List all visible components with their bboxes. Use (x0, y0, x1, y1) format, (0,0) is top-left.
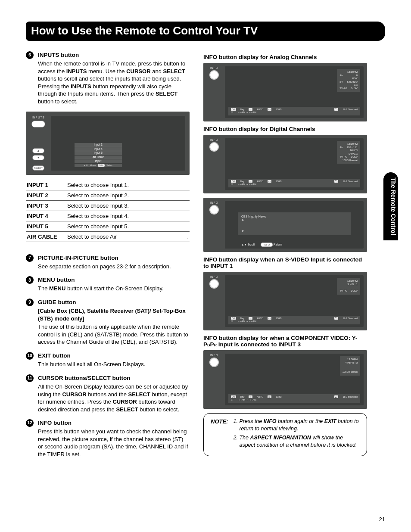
entry-11: 11 CURSOR buttons/SELECT button All the … (26, 374, 190, 413)
chip-rating: TV-PG (339, 289, 347, 293)
chip-st: ST (339, 81, 343, 84)
guide-footer: ▲▼ Scroll INFO Return (228, 243, 360, 246)
input-name: INPUT 3 (26, 200, 66, 211)
status-day: Day (240, 317, 245, 320)
day-tag-icon: DO (231, 180, 236, 183)
step-number-icon: 6 (26, 51, 34, 59)
res-tag-icon: ▭ (268, 108, 271, 111)
chip-src: Air (339, 74, 342, 78)
page-title: How to Use the Remote to Control Your TV (26, 22, 385, 41)
table-row: AIR CABLE Select to choose Air . (26, 231, 190, 242)
chip-input: YPBPR : 3 (342, 361, 358, 365)
chip-multi: MULTI (339, 149, 358, 152)
left-column: 6 INPUTS button When the remote control … (26, 51, 190, 464)
info-button-icon (209, 358, 219, 367)
input-dot (184, 221, 190, 231)
input-desc: Select to choose Air (66, 231, 184, 242)
info-osd-screenshot: INFO 12:00PM Air8 FOX STSTEREO CC TV-PGD… (203, 63, 367, 121)
chip-flags: DLSV (351, 289, 358, 293)
inputs-osd-screenshot: INPUTS ▲ ▼ SELECT Input 3Input 4Input 5A… (26, 112, 190, 175)
clock-icon: ⏲ (231, 320, 234, 323)
menu-hint: ▲▼Move SELSelect (75, 164, 122, 167)
chip-ch: 8 (356, 74, 358, 78)
info-pill-icon: INFO (261, 243, 273, 247)
status-res: 1080i (276, 317, 281, 320)
manual-page: How to Use the Remote to Control Your TV… (0, 0, 411, 532)
chip-src: Air (339, 146, 342, 149)
chip-flags: DLSV (351, 87, 358, 90)
timer-text: --:--AM → --:--AM (238, 320, 256, 323)
heading-component: INFO button display for when a COMPONENT… (203, 335, 367, 348)
chip-cc: CC (339, 84, 358, 87)
entry-8: 8 MENU button The MENU button will start… (26, 276, 190, 292)
input-dot (184, 211, 190, 221)
entry-12: 12 INFO button Press this button when yo… (26, 419, 190, 458)
table-row: INPUT 1 Select to choose Input 1. (26, 180, 190, 190)
entry-title: INFO button (38, 419, 190, 427)
heading-svideo: INFO button display when an S-VIDEO Inpu… (203, 256, 367, 269)
input-dot (184, 190, 190, 200)
entry-7: 7 PICTURE-IN-PICTURE button See separate… (26, 254, 190, 271)
chip-rating: TV-PG (339, 156, 347, 159)
entry-text: All the On-Screen Display features can b… (38, 383, 190, 413)
heading-analog: INFO button display for Analog Channels (203, 54, 367, 60)
inputs-menu-list: Input 3Input 4Input 5Air CableInput ▲▼Mo… (75, 143, 122, 167)
entry-title: EXIT button (38, 352, 190, 360)
chip-network: FOX (339, 77, 358, 81)
content-columns: 6 INPUTS button When the remote control … (26, 51, 385, 464)
remote-buttons-col: INPUTS ▲ ▼ SELECT (30, 116, 47, 171)
day-tag-icon: DO (231, 395, 236, 398)
note-box: NOTE: Press the INFO button again or the… (203, 413, 367, 456)
menu-item: Input 4 (75, 147, 122, 151)
note-label: NOTE: (211, 418, 228, 451)
page-number: 21 (379, 516, 385, 523)
input-name: INPUT 4 (26, 211, 66, 221)
select-button-icon: SELECT (32, 165, 44, 171)
res-tag-icon: ▭ (268, 317, 271, 320)
tv-screen: 12:00PM YPBPR : 3 1080i Format DODay ☼AU… (225, 354, 364, 405)
note-item: The ASPECT INFORMATION will show the asp… (239, 434, 360, 449)
entry-subtitle: [Cable Box (CBL), Satellite Receiver (SA… (38, 307, 190, 322)
chip-stereo: STEREO (347, 81, 358, 84)
status-bar: DODay ☼AUTO ▭1080i ⛶16:9 Standard ⏲ --:-… (228, 394, 360, 403)
res-tag-icon: ▭ (268, 395, 271, 398)
guide-item: CBS Nigthly News (241, 215, 266, 218)
info-label: INFO (210, 138, 218, 141)
status-res: 1080i (276, 108, 281, 111)
chip-format: 1080i Format (339, 159, 358, 162)
status-auto: AUTO (257, 180, 263, 183)
day-tag-icon: DO (231, 108, 236, 111)
table-row: INPUT 3 Select to choose Input 3. (26, 200, 190, 211)
note-list: Press the INFO button again or the EXIT … (234, 418, 360, 451)
channel-info-box: 12:00PM YPBPR : 3 1080i Format (340, 356, 360, 376)
chip-time: 12:00PM (339, 280, 358, 283)
entry-text: The MENU button will start the On-Screen… (38, 285, 190, 292)
step-number-icon: 11 (26, 374, 34, 382)
timer-text: --:--AM → --:--AM (238, 398, 256, 401)
chip-input: S - IN : 1 (339, 283, 358, 286)
status-day: Day (240, 395, 245, 398)
inputs-description-table: INPUT 1 Select to choose Input 1. INPUT … (26, 180, 190, 242)
channel-info-box: 12:00PM Air8 FOX STSTEREO CC TV-PGDLSV (337, 69, 360, 92)
chip-time: 12:00PM (342, 358, 358, 361)
input-name: AIR CABLE (26, 231, 66, 242)
info-osd-screenshot: INFO 12:00PM Air118 - 111 MULTI DTVCC TV… (203, 135, 367, 193)
chip-dtvcc: DTVCC (339, 152, 358, 156)
inputs-button-icon (31, 121, 45, 128)
status-bar: DODay ☼AUTO ▭1080i ⛶16:9 Standard ⏲ --:-… (228, 179, 360, 187)
status-auto: AUTO (257, 317, 263, 320)
input-dot (184, 180, 190, 190)
status-res: 1080i (276, 180, 281, 183)
entry-text: When the remote control is in TV mode, p… (38, 60, 190, 105)
tv-screen: 12:00PM S - IN : 1 TV-PGDLSV DODay ☼AUTO… (225, 275, 364, 327)
input-desc: Select to choose Input 3. (66, 200, 184, 211)
aspect-tag-icon: ⛶ (334, 180, 338, 183)
clock-icon: ⏲ (231, 111, 234, 114)
channel-info-box: 12:00PM Air118 - 111 MULTI DTVCC TV-PGDL… (337, 141, 360, 164)
entry-title: CURSOR buttons/SELECT button (38, 374, 190, 382)
menu-item: Input (75, 159, 122, 163)
step-number-icon: 8 (26, 276, 34, 284)
input-dot: . (184, 231, 190, 242)
input-name: INPUT 2 (26, 190, 66, 200)
res-tag-icon: ▭ (268, 180, 271, 183)
